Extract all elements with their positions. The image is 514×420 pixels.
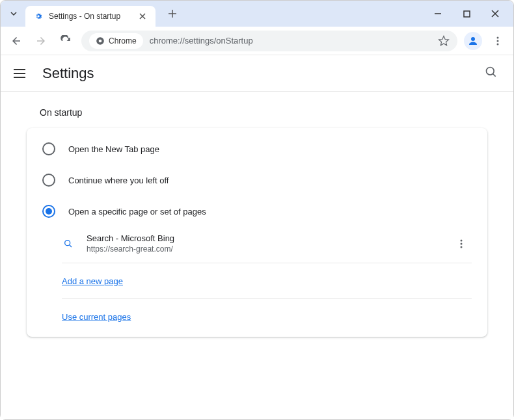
section-title: On startup <box>40 107 487 118</box>
menu-icon[interactable] <box>14 66 29 81</box>
search-icon <box>485 66 498 79</box>
window-titlebar: Settings - On startup <box>1 1 513 27</box>
dots-vertical-icon <box>456 239 467 249</box>
svg-point-10 <box>461 243 463 244</box>
svg-point-2 <box>99 39 102 42</box>
tab-title: Settings - On startup <box>49 12 132 21</box>
divider <box>62 298 472 299</box>
radio-label: Open the New Tab page <box>68 144 159 154</box>
tab-search-dropdown[interactable] <box>6 6 21 21</box>
svg-point-4 <box>497 36 499 38</box>
radio-icon <box>42 174 55 187</box>
settings-content: On startup Open the New Tab page Continu… <box>1 92 513 419</box>
minimize-button[interactable] <box>430 6 446 21</box>
close-window-button[interactable] <box>487 6 503 21</box>
svg-point-8 <box>65 240 70 245</box>
svg-point-11 <box>461 246 463 248</box>
radio-icon <box>42 142 55 155</box>
back-button[interactable] <box>7 32 25 50</box>
svg-point-5 <box>497 40 499 42</box>
svg-point-6 <box>497 43 499 45</box>
svg-rect-0 <box>464 11 470 17</box>
profile-button[interactable] <box>464 32 482 50</box>
chrome-icon <box>96 36 105 46</box>
new-tab-button[interactable] <box>163 5 182 23</box>
site-chip[interactable]: Chrome <box>89 33 143 49</box>
svg-point-7 <box>487 67 494 75</box>
browser-toolbar: Chrome chrome://settings/onStartup <box>1 27 513 55</box>
use-current-pages-link[interactable]: Use current pages <box>62 312 131 322</box>
site-chip-label: Chrome <box>109 36 137 46</box>
svg-point-3 <box>471 37 475 41</box>
settings-header: Settings <box>1 55 513 92</box>
radio-icon <box>42 205 55 218</box>
radio-label: Open a specific page or set of pages <box>68 207 206 217</box>
browser-tab[interactable]: Settings - On startup <box>25 6 156 27</box>
radio-new-tab[interactable]: Open the New Tab page <box>27 133 487 164</box>
close-icon[interactable] <box>137 11 148 21</box>
startup-page-row: Search - Microsoft Bing https://search-g… <box>27 227 487 260</box>
person-icon <box>467 35 479 47</box>
page-more-button[interactable] <box>456 239 472 249</box>
startup-page-title: Search - Microsoft Bing <box>87 233 444 243</box>
reload-button[interactable] <box>57 32 75 50</box>
maximize-button[interactable] <box>459 6 474 21</box>
search-settings-button[interactable] <box>485 66 500 81</box>
add-new-page-link[interactable]: Add a new page <box>62 276 123 286</box>
radio-continue[interactable]: Continue where you left off <box>27 164 487 196</box>
svg-point-9 <box>461 239 463 241</box>
address-bar[interactable]: Chrome chrome://settings/onStartup <box>81 31 457 51</box>
radio-label: Continue where you left off <box>68 176 169 185</box>
bookmark-star-icon[interactable] <box>438 35 450 47</box>
url-text: chrome://settings/onStartup <box>150 36 431 46</box>
browser-menu-button[interactable] <box>489 32 507 50</box>
gear-icon <box>33 11 44 21</box>
divider <box>62 263 472 263</box>
dots-vertical-icon <box>493 36 503 46</box>
forward-button[interactable] <box>32 32 50 50</box>
radio-specific-pages[interactable]: Open a specific page or set of pages <box>27 196 487 227</box>
startup-page-url: https://search-great.com/ <box>87 244 444 254</box>
search-icon <box>62 237 75 250</box>
page-title: Settings <box>42 65 94 82</box>
startup-card: Open the New Tab page Continue where you… <box>27 128 487 337</box>
